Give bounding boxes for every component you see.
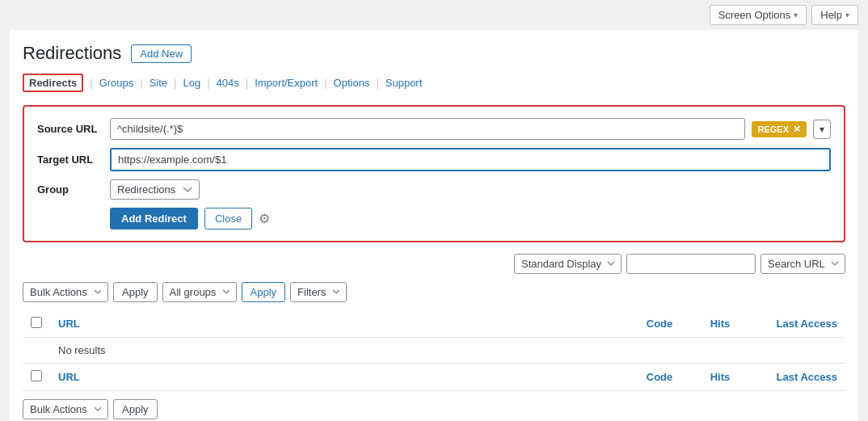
nav-sep-7: | xyxy=(376,77,378,89)
table-footer-row: URL Code Hits Last Access xyxy=(23,364,845,391)
screen-options-label: Screen Options xyxy=(718,9,791,21)
regex-label: REGEX xyxy=(757,124,789,134)
nav-sep-6: | xyxy=(324,77,327,89)
bottom-toolbar: Bulk Actions Apply xyxy=(23,399,845,419)
col-hits-header: Hits xyxy=(692,310,748,338)
source-url-input[interactable] xyxy=(110,118,745,140)
top-bar: Screen Options ▾ Help ▾ xyxy=(0,0,868,30)
nav-tabs: Redirects | Groups | Site | Log | 404s |… xyxy=(23,74,845,92)
nav-sep-2: | xyxy=(140,77,142,89)
tab-support[interactable]: Support xyxy=(386,75,423,91)
source-url-wrapper: REGEX ✕ ▾ xyxy=(110,118,831,140)
group-label: Group xyxy=(37,183,110,196)
add-new-button[interactable]: Add New xyxy=(131,44,192,63)
search-url-select[interactable]: Search URL xyxy=(761,254,845,274)
source-url-row: Source URL REGEX ✕ ▾ xyxy=(37,118,831,140)
tab-log[interactable]: Log xyxy=(183,75,200,91)
apply-blue-button-top[interactable]: Apply xyxy=(242,282,286,302)
redirect-table: URL Code Hits Last Access No resul xyxy=(23,310,845,391)
form-actions: Add Redirect Close ⚙ xyxy=(37,208,831,229)
col-check-header xyxy=(23,310,50,338)
apply-button-top[interactable]: Apply xyxy=(113,282,158,302)
table-body: No results xyxy=(23,338,845,364)
filters-select[interactable]: Filters xyxy=(290,282,347,302)
url-sort-link[interactable]: URL xyxy=(58,318,80,330)
no-results-row: No results xyxy=(23,338,845,364)
target-url-input[interactable] xyxy=(110,148,831,171)
col-url-header: URL xyxy=(50,310,627,338)
settings-gear-icon[interactable]: ⚙ xyxy=(259,211,270,226)
hits-sort-link-bottom[interactable]: Hits xyxy=(710,371,731,383)
tab-import-export[interactable]: Import/Export xyxy=(255,75,318,91)
all-groups-select[interactable]: All groups xyxy=(162,282,237,302)
last-access-sort-link[interactable]: Last Access xyxy=(777,318,837,330)
col-last-footer: Last Access xyxy=(748,364,845,391)
col-last-header: Last Access xyxy=(748,310,845,338)
screen-options-button[interactable]: Screen Options ▾ xyxy=(710,5,807,25)
table-foot: URL Code Hits Last Access xyxy=(23,364,845,391)
search-input[interactable] xyxy=(626,254,756,274)
source-url-chevron-button[interactable]: ▾ xyxy=(813,120,831,139)
hits-sort-link[interactable]: Hits xyxy=(710,318,731,330)
help-label: Help xyxy=(820,9,842,21)
chevron-down-icon: ▾ xyxy=(820,124,824,135)
source-url-label: Source URL xyxy=(37,123,110,135)
tab-site[interactable]: Site xyxy=(150,75,167,91)
screen-options-chevron-icon: ▾ xyxy=(794,11,798,19)
col-url-footer: URL xyxy=(50,364,627,391)
apply-button-bottom[interactable]: Apply xyxy=(113,399,158,419)
code-label: Code xyxy=(647,318,673,330)
select-all-checkbox-bottom[interactable] xyxy=(31,370,42,381)
table-header-row: URL Code Hits Last Access xyxy=(23,310,845,338)
help-button[interactable]: Help ▾ xyxy=(811,5,858,25)
toolbar-left: Bulk Actions Apply All groups Apply Filt… xyxy=(23,282,347,302)
page-wrapper: Screen Options ▾ Help ▾ Redirections Add… xyxy=(0,0,868,421)
bulk-actions-select-top[interactable]: Bulk Actions xyxy=(23,282,108,302)
regex-close-icon[interactable]: ✕ xyxy=(793,124,801,135)
nav-sep-1: | xyxy=(90,77,92,89)
col-check-footer xyxy=(23,364,50,391)
target-url-row: Target URL xyxy=(37,148,831,171)
no-results-cell: No results xyxy=(50,338,845,364)
target-url-label: Target URL xyxy=(37,154,110,166)
tab-options[interactable]: Options xyxy=(334,75,370,91)
last-access-sort-link-bottom[interactable]: Last Access xyxy=(777,371,837,383)
table-head: URL Code Hits Last Access xyxy=(23,310,845,338)
main-content: Redirections Add New Redirects | Groups … xyxy=(10,30,858,421)
tab-redirects[interactable]: Redirects xyxy=(23,74,83,92)
select-all-checkbox[interactable] xyxy=(31,317,42,328)
tab-groups[interactable]: Groups xyxy=(99,75,134,91)
col-hits-footer: Hits xyxy=(692,364,748,391)
no-results-check xyxy=(23,338,50,364)
bulk-actions-select-bottom[interactable]: Bulk Actions xyxy=(23,399,108,419)
tab-404s[interactable]: 404s xyxy=(217,75,239,91)
top-toolbar-row: Bulk Actions Apply All groups Apply Filt… xyxy=(23,282,845,302)
display-search-row: Standard Display Search URL xyxy=(23,254,845,274)
col-code-header: Code xyxy=(627,310,692,338)
code-label-bottom: Code xyxy=(647,371,673,383)
help-chevron-icon: ▾ xyxy=(845,11,849,19)
group-row: Group Redirections xyxy=(37,179,831,200)
title-row: Redirections Add New xyxy=(23,43,845,64)
page-title: Redirections xyxy=(23,43,121,64)
standard-display-select[interactable]: Standard Display xyxy=(514,254,622,274)
add-redirect-button[interactable]: Add Redirect xyxy=(110,208,198,229)
form-section: Source URL REGEX ✕ ▾ Target URL xyxy=(23,105,845,242)
nav-sep-3: | xyxy=(174,77,176,89)
url-sort-link-bottom[interactable]: URL xyxy=(58,371,80,383)
close-button[interactable]: Close xyxy=(204,208,252,229)
nav-sep-4: | xyxy=(207,77,209,89)
nav-sep-5: | xyxy=(246,77,248,89)
group-select[interactable]: Redirections xyxy=(110,179,200,200)
regex-badge: REGEX ✕ xyxy=(752,121,807,137)
col-code-footer: Code xyxy=(627,364,692,391)
